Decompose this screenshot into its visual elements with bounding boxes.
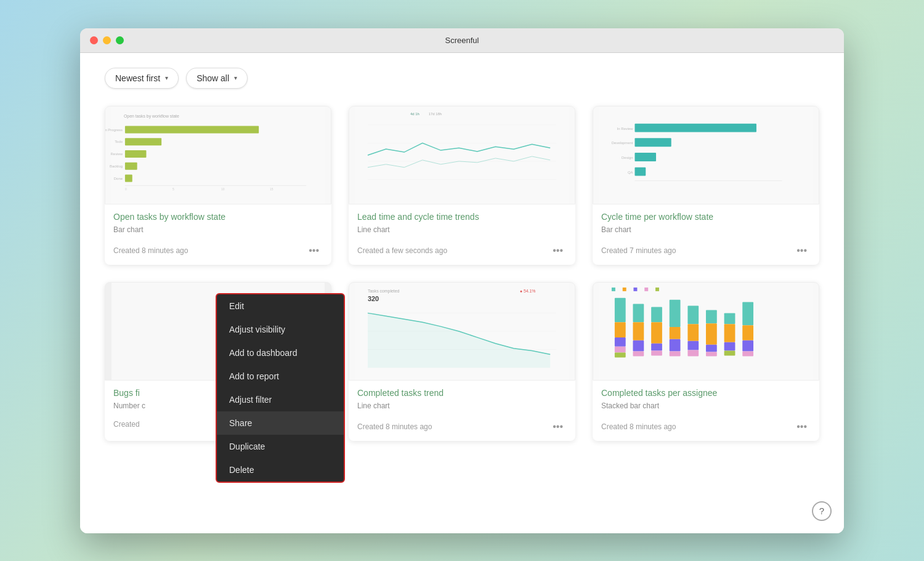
card-body: Lead time and cycle time trends Line cha… [349,204,575,241]
svg-rect-48 [655,287,659,291]
svg-rect-62 [670,299,681,326]
svg-text:● 54.1%: ● 54.1% [520,288,536,293]
svg-rect-17 [355,107,569,204]
card-body: Completed tasks per assignee Stacked bar… [593,381,819,418]
svg-rect-70 [706,310,717,323]
context-menu-item-add-to-dashboard[interactable]: Add to dashboard [217,341,344,365]
chevron-down-icon: ▾ [165,75,168,81]
card-thumbnail [593,282,819,381]
context-menu-item-duplicate[interactable]: Duplicate [217,435,344,458]
more-options-button[interactable]: ••• [793,420,811,434]
card-created: Created 8 minutes ago [113,246,188,255]
card-completed-trend: Tasks completed 320 ● 54.1% Completed ta… [349,282,575,441]
card-type: Bar chart [601,225,811,234]
svg-text:4d 1h: 4d 1h [410,111,419,115]
svg-rect-53 [615,352,626,357]
title-bar: Screenful [80,28,844,53]
card-thumbnail: Tasks completed 320 ● 54.1% [349,282,575,381]
traffic-lights [90,36,124,44]
svg-text:Todo: Todo [115,140,123,143]
card-title: Lead time and cycle time trends [357,212,567,222]
close-button[interactable] [90,36,98,44]
card-created: Created 8 minutes ago [113,420,188,429]
card-body: Open tasks by workflow state Bar chart [105,204,331,241]
svg-text:Done: Done [114,176,123,180]
svg-rect-72 [706,344,717,352]
svg-rect-29 [634,123,756,132]
filter-dropdown[interactable]: Show all ▾ [186,68,248,89]
more-options-button[interactable]: ••• [549,420,567,434]
svg-rect-73 [706,352,717,356]
svg-rect-78 [742,302,753,325]
svg-text:In Progress: In Progress [105,127,123,131]
card-created: Created a few seconds ago [357,246,447,255]
app-window: Screenful Newest first ▾ Show all ▾ Open… [80,28,844,533]
card-completed-per-assignee: Completed tasks per assignee Stacked bar… [593,282,819,441]
card-footer: Created 8 minutes ago ••• [593,418,819,441]
main-content: Newest first ▾ Show all ▾ Open tasks by … [80,53,844,533]
svg-text:Backlog: Backlog [110,164,123,167]
cards-grid: Open tasks by workflow state In Progress… [105,106,819,441]
svg-text:15: 15 [270,188,274,191]
more-options-button[interactable]: ••• [549,244,567,257]
svg-rect-58 [651,307,662,322]
context-menu-item-edit[interactable]: Edit [217,294,344,318]
toolbar: Newest first ▾ Show all ▾ [105,68,819,89]
svg-rect-45 [623,287,626,291]
context-menu: Edit Adjust visibility Add to dashboard … [216,293,345,483]
card-thumbnail: Open tasks by workflow state In Progress… [105,106,331,204]
svg-rect-56 [633,340,644,351]
svg-rect-74 [724,313,736,324]
card-title: Cycle time per workflow state [601,212,811,222]
sort-dropdown[interactable]: Newest first ▾ [105,68,179,89]
svg-rect-68 [687,341,699,350]
card-created: Created 7 minutes ago [601,246,676,255]
card-footer: Created a few seconds ago ••• [349,241,575,265]
card-title: Completed tasks trend [357,388,567,398]
card-lead-time: 4d 1h 17d 18h Lead time and cycl [349,106,575,265]
svg-text:Open tasks by workflow state: Open tasks by workflow state [124,113,179,118]
svg-text:17d 18h: 17d 18h [429,111,442,115]
maximize-button[interactable] [116,36,124,44]
question-mark-icon: ? [819,506,824,516]
svg-rect-51 [615,337,626,346]
svg-rect-54 [633,304,644,322]
svg-rect-76 [724,342,736,350]
card-type: Stacked bar chart [601,402,811,410]
svg-rect-8 [125,138,161,145]
svg-text:Development: Development [612,141,633,145]
svg-rect-77 [724,350,736,355]
svg-text:Review: Review [111,152,123,156]
svg-rect-50 [615,322,626,337]
chevron-down-icon: ▾ [234,75,237,81]
context-menu-item-adjust-filter[interactable]: Adjust filter [217,388,344,411]
sort-label: Newest first [115,73,160,83]
help-button[interactable]: ? [812,501,832,521]
svg-rect-80 [742,340,753,351]
context-menu-item-share[interactable]: Share [217,411,344,435]
context-menu-item-add-to-report[interactable]: Add to report [217,365,344,388]
context-menu-item-adjust-visibility[interactable]: Adjust visibility [217,318,344,341]
context-menu-wrapper: Edit Adjust visibility Add to dashboard … [216,293,345,483]
svg-rect-63 [670,327,681,339]
svg-rect-60 [651,343,662,350]
svg-rect-55 [633,322,644,341]
minimize-button[interactable] [103,36,111,44]
svg-rect-57 [633,351,644,356]
card-type: Line chart [357,225,567,234]
svg-text:Tasks completed: Tasks completed [368,288,400,293]
svg-rect-44 [612,287,615,291]
svg-text:0: 0 [125,188,127,191]
svg-rect-67 [687,324,699,341]
more-options-button[interactable]: ••• [305,244,323,257]
more-options-button[interactable]: ••• [793,244,811,257]
svg-rect-46 [633,287,637,291]
card-footer: Created 8 minutes ago ••• [105,241,331,265]
svg-rect-31 [634,153,656,161]
svg-rect-10 [125,162,137,169]
card-created: Created 8 minutes ago [601,422,676,431]
card-type: Bar chart [113,225,323,234]
svg-text:5: 5 [172,188,174,191]
context-menu-item-delete[interactable]: Delete [217,458,344,482]
svg-rect-79 [742,325,753,341]
